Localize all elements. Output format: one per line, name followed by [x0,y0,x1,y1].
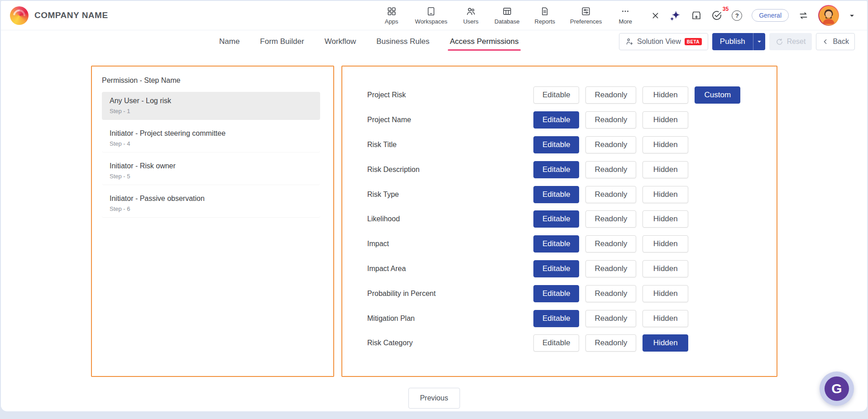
permission-options: EditableReadonlyHidden [533,285,688,302]
readonly-option-button[interactable]: Readonly [585,161,636,178]
field-label: Risk Type [367,190,399,199]
hidden-option-button[interactable]: Hidden [643,260,688,277]
tab-name[interactable]: Name [218,30,240,53]
hidden-option-button[interactable]: Hidden [643,310,688,327]
nav-label: Users [463,18,479,25]
field-label: Project Name [367,116,411,124]
tab-business-rules[interactable]: Business Rules [375,30,430,53]
tab-form-builder[interactable]: Form Builder [259,30,305,53]
editable-option-button[interactable]: Editable [533,210,579,228]
permission-options: EditableReadonlyHidden [533,111,688,129]
close-icon[interactable] [651,11,660,20]
back-button[interactable]: Back [816,33,855,50]
nav-item-apps[interactable]: Apps [383,6,400,25]
editable-option-button[interactable]: Editable [533,186,579,203]
hidden-option-button[interactable]: Hidden [643,111,688,129]
tab-workflow[interactable]: Workflow [324,30,357,53]
permission-options: EditableReadonlyHidden [533,235,688,252]
app-window: COMPANY NAME AppsWorkspacesUsersDatabase… [1,1,867,411]
permission-rows: Project RiskEditableReadonlyHiddenCustom… [342,67,777,356]
nav-item-users[interactable]: Users [462,6,480,25]
reset-label: Reset [787,38,806,46]
nav-item-workspaces[interactable]: Workspaces [415,6,447,25]
check-circle-icon[interactable]: 35 [711,10,722,21]
permission-row: Impact AreaEditableReadonlyHidden [342,257,777,281]
readonly-option-button[interactable]: Readonly [585,310,636,327]
editable-option-button[interactable]: Editable [533,161,579,178]
permission-row: ImpactEditableReadonlyHidden [342,232,777,257]
nav-item-preferences[interactable]: Preferences [570,6,602,25]
grammarly-widget[interactable]: G [820,371,854,406]
step-name: Initiator - Project steering committee [110,129,312,138]
hidden-option-button[interactable]: Hidden [643,235,688,252]
step-list-item[interactable]: Initiator - Risk ownerStep - 5 [102,157,320,185]
main-content: Permission - Step Name Any User - Log ri… [1,53,867,411]
store-icon[interactable] [691,10,702,21]
readonly-option-button[interactable]: Readonly [585,334,636,352]
hidden-option-button[interactable]: Hidden [643,285,688,302]
publish-split-button: Publish [712,33,765,50]
readonly-option-button[interactable]: Readonly [585,260,636,277]
tab-list: NameForm BuilderWorkflowBusiness RulesAc… [218,30,520,53]
step-number-label: Step - 4 [110,140,312,147]
step-list-item[interactable]: Any User - Log riskStep - 1 [102,92,320,120]
profile-chevron-down-icon[interactable] [849,12,855,19]
notification-count-badge: 35 [723,6,729,12]
hidden-option-button[interactable]: Hidden [643,334,688,352]
reset-button[interactable]: Reset [769,33,812,50]
hidden-option-button[interactable]: Hidden [643,136,688,153]
nav-label: Database [494,18,520,25]
hidden-option-button[interactable]: Hidden [643,86,688,104]
readonly-option-button[interactable]: Readonly [585,86,636,104]
editable-option-button[interactable]: Editable [533,86,579,104]
nav-label: Workspaces [415,18,447,25]
permission-options: EditableReadonlyHidden [533,136,688,153]
hidden-option-button[interactable]: Hidden [643,161,688,178]
tab-access-permissions[interactable]: Access Permissions [449,30,519,53]
readonly-option-button[interactable]: Readonly [585,136,636,153]
refresh-icon [776,38,783,46]
reports-icon [540,6,550,16]
field-label: Likelihood [367,215,400,223]
user-avatar[interactable] [818,5,839,26]
readonly-option-button[interactable]: Readonly [585,111,636,129]
readonly-option-button[interactable]: Readonly [585,186,636,203]
step-name: Any User - Log risk [110,97,312,105]
readonly-option-button[interactable]: Readonly [585,285,636,302]
ai-sparkle-icon[interactable] [669,10,681,22]
nav-item-more[interactable]: More [617,6,634,25]
editable-option-button[interactable]: Editable [533,235,579,252]
readonly-option-button[interactable]: Readonly [585,235,636,252]
step-name: Initiator - Passive observation [110,195,312,203]
step-list-item[interactable]: Initiator - Project steering committeeSt… [102,124,320,152]
editable-option-button[interactable]: Editable [533,111,579,129]
nav-label: Apps [385,18,398,25]
environment-pill[interactable]: General [752,9,789,22]
switch-environment-icon[interactable] [798,10,809,21]
nav-item-database[interactable]: Database [494,6,520,25]
editable-option-button[interactable]: Editable [533,334,579,352]
nav-item-reports[interactable]: Reports [535,6,556,25]
hidden-option-button[interactable]: Hidden [643,186,688,203]
company-logo-icon[interactable] [10,6,29,25]
field-label: Mitigation Plan [367,314,415,323]
editable-option-button[interactable]: Editable [533,285,579,302]
publish-button[interactable]: Publish [712,33,753,50]
solution-view-button[interactable]: Solution View BETA [619,33,708,50]
previous-button[interactable]: Previous [408,388,460,409]
hidden-option-button[interactable]: Hidden [643,210,688,228]
publish-dropdown-caret[interactable] [753,33,765,50]
step-list-item[interactable]: Initiator - Passive observationStep - 6 [102,190,320,218]
brand: COMPANY NAME [10,6,108,25]
field-label: Impact Area [367,265,406,273]
help-icon[interactable]: ? [732,10,742,21]
editable-option-button[interactable]: Editable [533,310,579,327]
readonly-option-button[interactable]: Readonly [585,210,636,228]
apps-icon [387,6,397,16]
permission-row: Risk CategoryEditableReadonlyHidden [342,331,777,356]
permission-row: Risk TitleEditableReadonlyHidden [342,133,777,157]
editable-option-button[interactable]: Editable [533,136,579,153]
editable-option-button[interactable]: Editable [533,260,579,277]
custom-option-button[interactable]: Custom [695,86,740,104]
grammarly-g-icon: G [825,376,849,401]
